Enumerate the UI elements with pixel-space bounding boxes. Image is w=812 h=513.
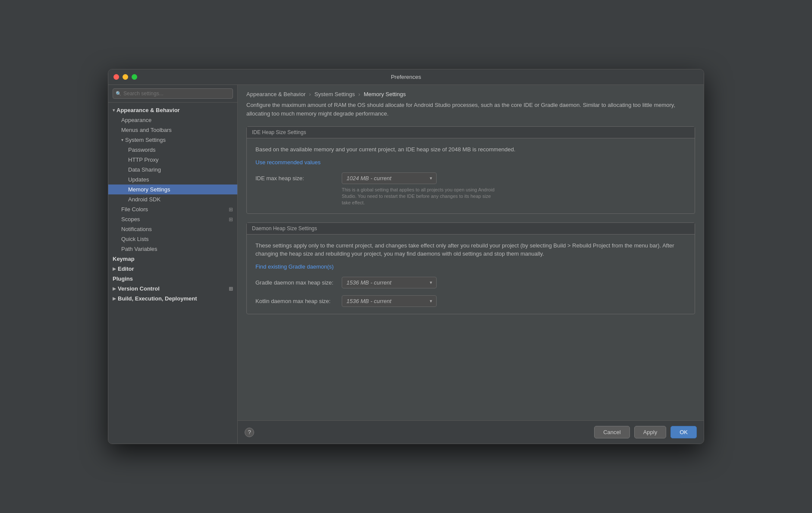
gradle-heap-field-row: Gradle daemon max heap size: 750 MB 1024…	[255, 277, 686, 288]
sidebar-item-label: Keymap	[113, 256, 135, 262]
sidebar-item-plugins[interactable]: Plugins	[108, 274, 237, 284]
arrow-icon: ▾	[113, 108, 115, 113]
sidebar-item-updates[interactable]: Updates	[108, 175, 237, 185]
ide-heap-label: IDE max heap size:	[255, 175, 342, 181]
cancel-button[interactable]: Cancel	[594, 426, 629, 438]
window-title: Preferences	[391, 74, 421, 80]
arrow-icon: ▶	[113, 286, 116, 291]
arrow-icon: ▶	[113, 296, 116, 301]
gradle-heap-select[interactable]: 750 MB 1024 MB 1536 MB - current 2048 MB…	[342, 277, 437, 288]
settings-icon: ⊞	[229, 286, 233, 292]
apply-button[interactable]: Apply	[634, 426, 667, 438]
help-button[interactable]: ?	[245, 428, 254, 437]
sidebar-item-scopes[interactable]: Scopes ⊞	[108, 214, 237, 224]
daemon-heap-section: Daemon Heap Size Settings These settings…	[246, 222, 695, 314]
sidebar-item-build-exec[interactable]: ▶ Build, Execution, Deployment	[108, 294, 237, 303]
sidebar-item-notifications[interactable]: Notifications	[108, 224, 237, 234]
sidebar-item-label: Data Sharing	[128, 166, 161, 173]
sidebar-item-label: Appearance	[121, 117, 151, 123]
daemon-heap-section-title: Daemon Heap Size Settings	[247, 223, 695, 235]
sidebar-item-label: Passwords	[128, 147, 156, 153]
breadcrumb-part-3: Memory Settings	[364, 91, 406, 97]
ide-heap-section-body: Based on the available memory and your c…	[247, 138, 695, 213]
breadcrumb: Appearance & Behavior › System Settings …	[238, 85, 704, 101]
settings-icon: ⊞	[229, 206, 233, 213]
sidebar-item-label: Version Control	[118, 285, 160, 292]
gradle-heap-select-wrap: 750 MB 1024 MB 1536 MB - current 2048 MB…	[342, 277, 437, 288]
breadcrumb-separator: ›	[359, 91, 360, 97]
preferences-window: Preferences 🔍 ▾ Appearance & Behavior Ap…	[108, 69, 704, 444]
breadcrumb-part-1[interactable]: Appearance & Behavior	[246, 91, 305, 97]
sidebar-item-label: Notifications	[121, 226, 152, 232]
sidebar-item-label: Appearance & Behavior	[116, 107, 180, 113]
maximize-button[interactable]	[132, 74, 137, 80]
ide-heap-section-title: IDE Heap Size Settings	[247, 127, 695, 138]
bottom-bar: ? Cancel Apply OK	[238, 420, 704, 444]
search-input[interactable]	[113, 88, 233, 99]
ide-heap-select[interactable]: 750 MB 1024 MB - current 2048 MB 4096 MB	[342, 172, 437, 184]
close-button[interactable]	[113, 74, 119, 80]
sidebar-item-passwords[interactable]: Passwords	[108, 145, 237, 155]
main-panel: Appearance & Behavior › System Settings …	[238, 85, 704, 444]
sidebar-item-label: Scopes	[121, 216, 140, 222]
sidebar-item-editor[interactable]: ▶ Editor	[108, 264, 237, 274]
minimize-button[interactable]	[123, 74, 128, 80]
breadcrumb-part-2[interactable]: System Settings	[315, 91, 355, 97]
sidebar-item-label: HTTP Proxy	[128, 156, 159, 163]
sidebar-item-memory-settings[interactable]: Memory Settings	[108, 185, 237, 194]
sidebar-item-version-control[interactable]: ▶ Version Control ⊞	[108, 284, 237, 294]
breadcrumb-separator: ›	[309, 91, 311, 97]
sidebar-item-appearance[interactable]: Appearance	[108, 115, 237, 125]
sidebar-item-label: Menus and Toolbars	[121, 127, 172, 133]
sidebar-item-label: Editor	[118, 266, 134, 272]
sidebar-item-label: Quick Lists	[121, 236, 149, 242]
sidebar-item-appearance-behavior[interactable]: ▾ Appearance & Behavior	[108, 105, 237, 115]
sidebar-item-label: Plugins	[113, 275, 133, 282]
ide-heap-field-row: IDE max heap size: 750 MB 1024 MB - curr…	[255, 172, 686, 184]
sidebar-item-system-settings[interactable]: ▾ System Settings	[108, 135, 237, 145]
gradle-heap-label: Gradle daemon max heap size:	[255, 279, 342, 286]
sidebar-item-label: System Settings	[125, 137, 166, 143]
sidebar-item-label: Android SDK	[128, 196, 161, 203]
sidebar-item-label: Build, Execution, Deployment	[118, 295, 197, 302]
kotlin-heap-select[interactable]: 750 MB 1024 MB 1536 MB - current 2048 MB…	[342, 295, 437, 307]
sidebar-tree: ▾ Appearance & Behavior Appearance Menus…	[108, 103, 237, 306]
arrow-icon: ▶	[113, 266, 116, 271]
kotlin-heap-label: Kotlin daemon max heap size:	[255, 298, 342, 304]
sidebar-item-label: Updates	[128, 176, 149, 183]
window-controls	[113, 74, 137, 80]
sidebar-item-keymap[interactable]: Keymap	[108, 254, 237, 264]
sidebar-item-label: Path Variables	[121, 246, 157, 252]
ide-heap-hint: This is a global setting that applies to…	[342, 187, 497, 206]
sidebar-item-path-variables[interactable]: Path Variables	[108, 244, 237, 254]
ide-heap-select-wrap: 750 MB 1024 MB - current 2048 MB 4096 MB…	[342, 172, 437, 184]
sidebar-item-menus-toolbars[interactable]: Menus and Toolbars	[108, 125, 237, 135]
use-recommended-link[interactable]: Use recommended values	[255, 159, 321, 166]
search-wrap: 🔍	[113, 88, 233, 99]
sidebar-item-http-proxy[interactable]: HTTP Proxy	[108, 155, 237, 165]
kotlin-heap-field-row: Kotlin daemon max heap size: 750 MB 1024…	[255, 295, 686, 307]
page-description: Configure the maximum amount of RAM the …	[246, 101, 695, 118]
titlebar: Preferences	[108, 69, 704, 85]
sidebar-item-label: File Colors	[121, 206, 148, 213]
search-icon: 🔍	[116, 91, 122, 97]
search-container: 🔍	[108, 85, 237, 103]
main-content-area: 🔍 ▾ Appearance & Behavior Appearance Men…	[108, 85, 704, 444]
sidebar-item-data-sharing[interactable]: Data Sharing	[108, 165, 237, 175]
sidebar-item-file-colors[interactable]: File Colors ⊞	[108, 204, 237, 214]
kotlin-heap-select-wrap: 750 MB 1024 MB 1536 MB - current 2048 MB…	[342, 295, 437, 307]
ide-recommendation-text: Based on the available memory and your c…	[255, 145, 686, 154]
sidebar-item-label: Memory Settings	[128, 186, 170, 193]
help-label: ?	[248, 429, 251, 435]
sidebar-item-quick-lists[interactable]: Quick Lists	[108, 234, 237, 244]
find-gradle-daemon-link[interactable]: Find existing Gradle daemon(s)	[255, 263, 334, 270]
scroll-content: Configure the maximum amount of RAM the …	[238, 101, 704, 420]
settings-icon: ⊞	[229, 216, 233, 222]
arrow-icon: ▾	[121, 138, 123, 142]
ide-heap-section: IDE Heap Size Settings Based on the avai…	[246, 126, 695, 214]
sidebar: 🔍 ▾ Appearance & Behavior Appearance Men…	[108, 85, 238, 444]
sidebar-item-android-sdk[interactable]: Android SDK	[108, 194, 237, 204]
ok-button[interactable]: OK	[670, 426, 697, 438]
daemon-heap-section-body: These settings apply only to the current…	[247, 235, 695, 314]
daemon-description: These settings apply only to the current…	[255, 241, 686, 258]
